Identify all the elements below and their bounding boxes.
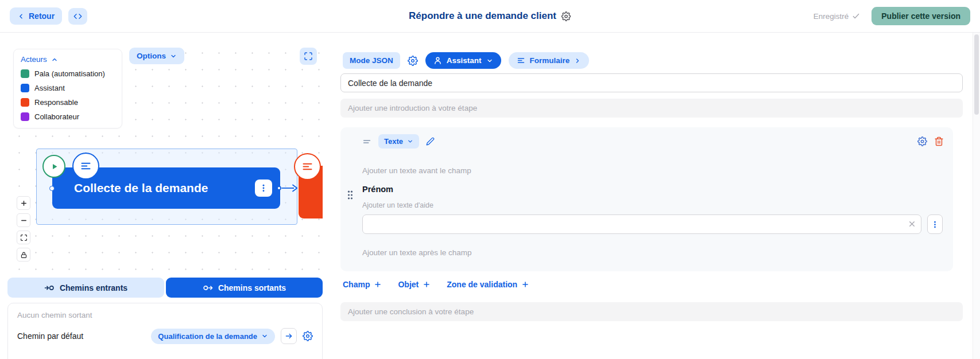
form-lines-icon [301,161,313,173]
gear-icon [561,11,571,21]
vertical-scrollbar[interactable] [973,33,980,359]
workflow-canvas[interactable]: Acteurs Pala (automatisation) Assistant … [7,44,323,273]
zoom-controls [17,196,30,262]
add-action-label: Champ [343,280,370,289]
clear-input-button[interactable] [908,220,916,228]
drag-dots-icon [344,189,356,201]
field-settings-button[interactable] [917,136,927,146]
topbar: Retour Répondre à une demande client Enr… [0,0,980,33]
lock-canvas-button[interactable] [17,248,30,262]
chevron-right-icon [574,57,581,64]
add-objet-button[interactable]: Objet [398,280,431,289]
outgoing-path-icon [203,283,213,293]
conclusion-placeholder[interactable]: Ajouter une conclusion à votre étape [340,302,963,321]
code-view-button[interactable] [68,8,87,25]
legend-item: Pala (automatisation) [21,69,115,78]
publish-button[interactable]: Publier cette version [871,7,970,25]
node-label: Collecte de la demande [74,181,208,195]
drag-lines-icon[interactable] [362,137,371,146]
plus-icon [20,200,28,207]
intro-placeholder[interactable]: Ajouter une introduction à votre étape [340,99,963,118]
step-editor-toolbar: Mode JSON Assistant Formulaire [343,52,589,69]
add-champ-button[interactable]: Champ [343,280,382,289]
gear-icon [303,331,313,341]
field-type-select[interactable]: Texte [378,134,419,149]
after-field-placeholder[interactable]: Ajouter un texte après le champ [362,248,472,257]
default-path-row: Chemin par défaut Qualification de la de… [17,328,313,344]
fit-view-button[interactable] [17,231,30,244]
node-input-port[interactable] [49,186,55,191]
field-drag-handle[interactable] [344,189,356,201]
connector-edge [276,182,300,194]
next-step-badge[interactable] [294,153,321,180]
legend-item: Assistant [21,84,115,92]
topbar-left-group: Retour [10,7,87,25]
tab-label: Chemins entrants [60,283,127,292]
tab-chemins-entrants[interactable]: Chemins entrants [7,278,164,298]
path-settings-button[interactable] [303,331,313,341]
path-target-value: Qualification de la demande [158,332,257,341]
tab-chemins-sortants[interactable]: Chemins sortants [166,278,323,298]
form-lines-icon [80,160,92,172]
zoom-out-button[interactable] [17,213,30,227]
add-zone-validation-button[interactable]: Zone de validation [447,280,529,289]
actors-legend-header[interactable]: Acteurs [21,55,115,64]
actors-legend-title: Acteurs [21,55,47,64]
node-menu-button[interactable] [255,180,272,197]
breadcrumb-formulaire[interactable]: Formulaire [509,52,590,69]
field-type-value: Texte [384,137,403,146]
path-target-select[interactable]: Qualification de la demande [151,329,275,344]
check-icon [852,12,860,20]
start-badge[interactable] [42,155,65,178]
breadcrumb-label: Formulaire [530,56,570,65]
actor-select-label: Assistant [447,56,482,65]
scrollbar-thumb[interactable] [974,34,979,115]
before-field-placeholder[interactable]: Ajouter un texte avant le champ [362,166,471,175]
actor-select-button[interactable]: Assistant [425,52,501,69]
no-outgoing-path-text: Aucun chemin sortant [17,311,313,319]
mode-json-button[interactable]: Mode JSON [343,52,400,69]
add-element-actions: Champ Objet Zone de validation [343,280,529,289]
save-status-label: Enregistré [814,12,849,21]
page-title: Répondre à une demande client [409,10,556,22]
form-step-badge[interactable] [72,153,99,180]
actors-legend: Acteurs Pala (automatisation) Assistant … [13,49,122,128]
save-status: Enregistré [814,12,861,21]
chevron-down-icon [486,57,493,64]
actor-label: Collaborateur [34,112,79,121]
back-button[interactable]: Retour [10,7,62,25]
zoom-in-button[interactable] [17,196,30,210]
field-label[interactable]: Prénom [362,185,393,194]
user-icon [433,56,442,65]
help-text-placeholder[interactable]: Ajouter un texte d'aide [362,201,433,209]
field-input-menu-button[interactable] [927,214,943,234]
delete-field-button[interactable] [934,136,944,146]
legend-item: Collaborateur [21,112,115,121]
chevron-down-icon [261,333,268,340]
tab-label: Chemins sortants [218,283,286,292]
gear-icon [408,56,418,66]
canvas-fullscreen-button[interactable] [300,48,317,65]
actor-color-swatch-red [21,98,29,107]
field-value-input[interactable] [362,214,921,234]
actor-label: Pala (automatisation) [34,69,105,78]
plus-icon [423,280,431,288]
plus-icon [521,280,529,288]
form-lines-icon [517,56,525,65]
maximize-icon [20,234,28,241]
step-settings-button[interactable] [408,56,418,66]
go-to-step-button[interactable] [281,328,297,344]
chevron-up-icon [51,56,58,63]
options-button[interactable]: Options [129,48,184,64]
add-action-label: Objet [398,280,419,289]
default-path-label: Chemin par défaut [17,331,83,341]
actor-color-swatch-purple [21,112,29,121]
trash-icon [934,136,944,146]
step-title-input[interactable] [340,73,963,92]
x-icon [908,220,916,228]
workflow-settings-button[interactable] [561,11,571,21]
form-field-card: Texte Ajouter un texte avant le champ Pr… [340,127,953,271]
options-button-label: Options [137,52,166,60]
maximize-icon [304,52,313,61]
edit-field-button[interactable] [426,137,435,146]
